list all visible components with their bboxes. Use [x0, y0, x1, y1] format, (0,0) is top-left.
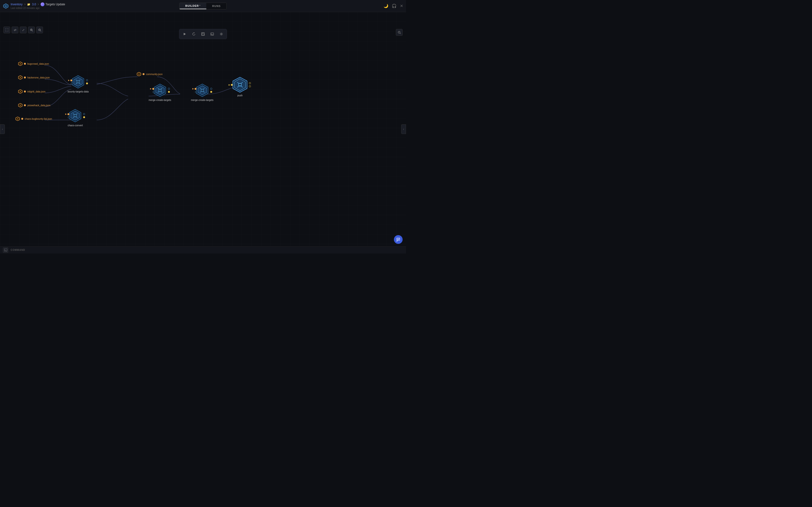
merge2-left-ports: ▶ [192, 88, 197, 93]
svg-rect-12 [202, 34, 204, 35]
merge2-label: merge-create-targets [191, 99, 213, 101]
breadcrumb-version[interactable]: 3.0 [32, 3, 36, 6]
svg-text:✕: ✕ [19, 63, 21, 65]
node-bugcrowd[interactable]: ✕ bugcrowd_data.json [18, 62, 49, 66]
chat-button[interactable] [394, 235, 403, 244]
tool-zoom-out[interactable] [36, 26, 43, 33]
play-button[interactable] [180, 30, 189, 38]
chat-icon [396, 237, 400, 242]
tab-runs[interactable]: RUNS [206, 3, 226, 9]
topbar: N Inventory > 📁 3.0 > Targets Update Las… [0, 0, 406, 12]
nav-right-icon: ‹ [403, 127, 404, 131]
community-dot [143, 73, 145, 75]
svg-point-55 [239, 83, 242, 86]
chaos-list-icon: ✕ [15, 117, 20, 121]
merge1-port-right-blue [168, 88, 170, 90]
bounty-targets-svg [71, 75, 85, 89]
merge2-port-left-orange [195, 88, 197, 90]
tool-shuffle[interactable]: ⇄ [12, 26, 18, 33]
push-port-left-yellow [231, 84, 233, 86]
bounty-right-ports [86, 79, 88, 84]
svg-rect-56 [4, 249, 7, 251]
svg-text:✕: ✕ [138, 73, 140, 75]
source-hackerone-content: ✕ hackerone_data.json [18, 75, 50, 80]
node-merge-1[interactable]: ▶ merge-create-targets [149, 83, 171, 101]
push-port-right-2 [249, 86, 251, 88]
terminal-button[interactable] [208, 30, 216, 38]
node-yeswehack[interactable]: ✕ yeswehack_data.json [18, 103, 51, 107]
topbar-left: N Inventory > 📁 3.0 > Targets Update Las… [3, 2, 65, 9]
intigriti-label: intigriti_data.json [27, 90, 45, 93]
merge1-port-arrow: ▶ [150, 88, 155, 90]
chaos-list-dot [21, 118, 23, 120]
headphones-icon[interactable]: 🎧 [392, 4, 397, 8]
node-hackerone[interactable]: ✕ hackerone_data.json [18, 75, 50, 80]
svg-text:✕: ✕ [19, 105, 21, 106]
last-edited-text: Last edited 22 minutes ago [11, 7, 65, 9]
chaos-port-left-orange [67, 113, 69, 115]
push-port-arrow: ▶ [229, 84, 233, 86]
app-logo-icon: N [3, 3, 9, 9]
canvas: ⛶ ⇄ ⤢ [0, 12, 406, 246]
nav-left[interactable]: › [0, 124, 5, 134]
node-merge-2[interactable]: ▶ merge-create-targets [191, 83, 213, 101]
merge2-svg [195, 83, 209, 97]
bounty-targets-label: bounty-targets-data [68, 90, 89, 93]
push-port-right-1 [249, 82, 251, 84]
settings-button[interactable] [217, 30, 226, 38]
terminal-icon-btn[interactable] [3, 247, 8, 253]
close-icon[interactable]: ✕ [400, 4, 403, 8]
breadcrumb-sep-2: > [38, 3, 39, 6]
tool-fit[interactable]: ⛶ [3, 26, 10, 33]
refresh-button[interactable] [190, 30, 198, 38]
chaos-convert-hex: ▶ [68, 109, 82, 123]
topbar-right: 🌙 🎧 ✕ [384, 4, 403, 8]
chaos-right-ports [83, 113, 85, 118]
target-name: Targets Update [45, 3, 65, 6]
community-label: community.json [146, 73, 163, 75]
node-bounty-targets[interactable]: ▶ bounty-tar [68, 75, 89, 93]
port-left-orange [70, 79, 72, 81]
svg-point-15 [221, 34, 222, 35]
svg-point-16 [398, 31, 400, 33]
svg-text:✕: ✕ [17, 118, 18, 120]
bottombar: COMMAND [0, 246, 406, 253]
breadcrumb-target: Targets Update [41, 2, 65, 6]
svg-line-3 [32, 31, 33, 32]
merge2-port-right-yellow [210, 91, 212, 93]
node-community-json[interactable]: ✕ community.json [137, 72, 163, 76]
bugcrowd-dot [24, 63, 26, 65]
chaos-port-left-blue [68, 116, 70, 118]
nav-right[interactable]: ‹ [401, 124, 406, 134]
merge1-right-ports [168, 88, 170, 93]
merge1-hex: ▶ [153, 83, 167, 97]
bugcrowd-label: bugcrowd_data.json [27, 62, 49, 65]
source-yeswehack-content: ✕ yeswehack_data.json [18, 103, 51, 107]
chaos-left-ports: ▶ [65, 113, 70, 118]
breadcrumb-inventory[interactable]: Inventory [11, 3, 22, 6]
save-button[interactable] [199, 30, 207, 38]
connections-svg [0, 12, 406, 246]
tool-expand[interactable]: ⤢ [20, 26, 27, 33]
node-push[interactable]: ▶ push [232, 77, 248, 97]
node-chaos-convert[interactable]: ▶ chaos-convert [68, 109, 83, 127]
merge1-left-ports: ▶ [150, 88, 155, 93]
yeswehack-label: yeswehack_data.json [27, 104, 51, 107]
tool-zoom-in[interactable] [28, 26, 35, 33]
moon-icon[interactable]: 🌙 [384, 4, 388, 8]
zoom-button[interactable] [396, 29, 403, 36]
push-right-ports [249, 82, 251, 88]
push-svg [232, 77, 248, 93]
chaos-port-right-yellow [83, 116, 85, 118]
tab-builder[interactable]: BUILDER* [180, 3, 206, 9]
source-chaos-content: ✕ chaos-bugbounty-list.json [15, 117, 52, 121]
merge2-port-left-blue [195, 91, 197, 93]
bugcrowd-icon: ✕ [18, 62, 22, 66]
terminal-icon [4, 248, 7, 251]
node-chaos-list[interactable]: ✕ chaos-bugbounty-list.json [15, 117, 52, 121]
bounty-targets-hex: ▶ [71, 75, 85, 89]
breadcrumb-folder-icon: 📁 [27, 3, 31, 6]
yeswehack-dot [24, 104, 26, 106]
center-tabs: BUILDER* RUNS [179, 3, 227, 9]
node-intigriti[interactable]: ✕ intigriti_data.json [18, 89, 45, 94]
